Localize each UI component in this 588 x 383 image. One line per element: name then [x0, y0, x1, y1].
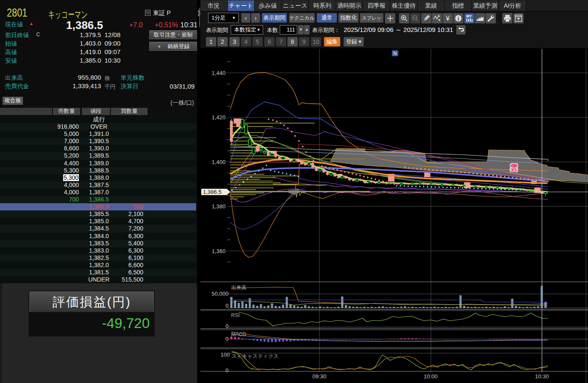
svg-text:0: 0	[226, 323, 229, 329]
svg-text:MACD: MACD	[231, 331, 246, 337]
svg-text:10:00: 10:00	[424, 373, 438, 380]
svg-text:RSI: RSI	[231, 312, 240, 318]
svg-text:1,440: 1,440	[211, 70, 226, 76]
svg-text:10:30: 10:30	[535, 373, 549, 380]
svg-text:50,000: 50,000	[211, 291, 229, 297]
svg-text:0: 0	[226, 367, 229, 374]
svg-text:出来高: 出来高	[231, 285, 246, 291]
svg-text:N: N	[394, 51, 397, 56]
svg-text:1,420: 1,420	[211, 114, 226, 121]
svg-text:100: 100	[220, 351, 230, 358]
svg-text:雲: 雲	[510, 163, 518, 172]
svg-text:ストキャスティクス: ストキャスティクス	[232, 353, 279, 359]
svg-text:0: 0	[226, 336, 229, 342]
svg-text:1,380: 1,380	[211, 203, 226, 210]
svg-text:¥: ¥	[446, 15, 450, 22]
svg-text:1,400: 1,400	[211, 159, 226, 165]
svg-text:1,386.5: 1,386.5	[203, 189, 221, 195]
svg-text:09:30: 09:30	[313, 373, 327, 380]
svg-text:MY: MY	[466, 14, 472, 18]
svg-text:1,360: 1,360	[211, 248, 226, 254]
svg-text:0: 0	[226, 302, 229, 309]
